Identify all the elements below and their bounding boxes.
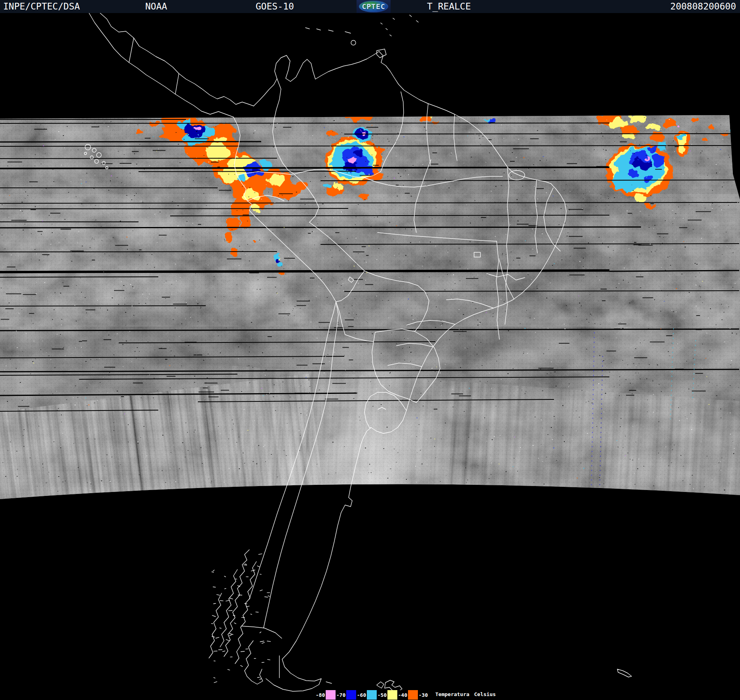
legend-swatch <box>387 690 397 700</box>
cptec-logo: CPTEC <box>357 0 391 13</box>
temperature-legend: -80-70-60-50-40-30 <box>315 690 429 700</box>
cptec-logo-text: CPTEC <box>362 2 385 11</box>
legend-swatch <box>326 690 336 700</box>
satellite-map-image <box>0 0 740 700</box>
noaa-label: NOAA <box>145 2 167 11</box>
timestamp-label: 200808200600 <box>670 2 736 11</box>
legend-title: Temperatura <box>435 691 469 697</box>
product-label: T_REALCE <box>427 2 471 11</box>
legend-label: -30 <box>418 690 429 700</box>
agency-label: INPE/CPTEC/DSA <box>3 2 80 11</box>
satellite-label: GOES-10 <box>256 2 294 11</box>
legend-label: -70 <box>336 690 346 700</box>
legend-label: -60 <box>356 690 367 700</box>
legend-label: -50 <box>377 690 387 700</box>
legend-unit: Celsius <box>474 691 496 697</box>
legend-swatch <box>346 690 356 700</box>
legend-label: -80 <box>315 690 326 700</box>
legend-swatch <box>367 690 377 700</box>
header-bar: INPE/CPTEC/DSA NOAA GOES-10 CPTEC T_REAL… <box>0 0 740 13</box>
legend-label: -40 <box>397 690 408 700</box>
legend-swatch <box>408 690 418 700</box>
